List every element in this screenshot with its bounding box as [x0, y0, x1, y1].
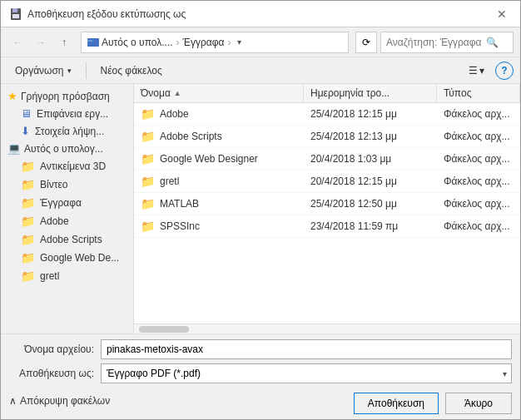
folder-icon-2: 📁 [141, 152, 155, 166]
save-dialog: Αποθήκευση εξόδου εκτύπωσης ως ✕ ← → ↑ Α… [0, 0, 521, 420]
organize-arrow: ▾ [67, 67, 72, 75]
svg-rect-2 [12, 14, 19, 18]
downloads-icon: ⬇ [21, 125, 30, 137]
folder-icon-4: 📁 [141, 197, 155, 210]
search-input[interactable] [386, 37, 486, 48]
sidebar-item-this-pc[interactable]: 💻 Αυτός ο υπολογ... [1, 140, 133, 157]
sidebar-item-downloads[interactable]: ⬇ Στοιχεία λήψη... [1, 122, 133, 140]
up-button[interactable]: ↑ [54, 32, 74, 52]
saveas-label: Αποθήκευση ως: [9, 368, 101, 379]
pc-icon: 💻 [7, 142, 21, 155]
saveas-select[interactable]: Έγγραφο PDF (*.pdf) [101, 363, 512, 383]
folder-adobe-icon: 📁 [21, 215, 35, 228]
col-header-type[interactable]: Τύπος [437, 84, 520, 102]
sidebar-item-gretl[interactable]: 📁 gretl [1, 267, 133, 285]
action-separator [86, 62, 87, 79]
breadcrumb[interactable]: Αυτός ο υπολ.... › Έγγραφα › ▾ [81, 32, 349, 53]
folder-icon-0: 📁 [141, 107, 155, 121]
star-icon: ★ [7, 90, 17, 102]
breadcrumb-dropdown[interactable]: ▾ [237, 37, 241, 47]
main-content: ★ Γρήγορη πρόσβαση 🖥 Επιφάνεια εργ... ⬇ … [1, 84, 520, 334]
save-button[interactable]: Αποθήκευση [354, 393, 439, 414]
new-folder-button[interactable]: Νέος φάκελος [93, 62, 170, 80]
breadcrumb-part1: Αυτός ο υπολ.... [102, 37, 173, 48]
collapse-arrow-icon: ∧ [9, 395, 17, 407]
filename-row: Όνομα αρχείου: [9, 339, 512, 359]
folder-adobescripts-icon: 📁 [21, 233, 35, 246]
folder-3d-icon: 📁 [21, 160, 35, 173]
search-box: 🔍 [380, 32, 514, 53]
file-list: Όνομα ▲ Ημερομηνία τρο... Τύπος 📁 Adobe [134, 84, 520, 324]
dialog-title: Αποθήκευση εξόδου εκτύπωσης ως [27, 8, 186, 20]
title-bar: Αποθήκευση εξόδου εκτύπωσης ως ✕ [1, 1, 520, 27]
folder-icon-5: 📁 [141, 220, 155, 233]
save-icon [9, 7, 22, 21]
folder-icon-1: 📁 [141, 130, 155, 143]
breadcrumb-sep2: › [227, 37, 231, 48]
scrollbar-thumb[interactable] [139, 326, 189, 333]
nav-toolbar: ← → ↑ Αυτός ο υπολ.... › Έγγραφα › ▾ ⟳ 🔍 [1, 27, 520, 57]
sidebar-item-adobe-scripts[interactable]: 📁 Adobe Scripts [1, 230, 133, 249]
svg-rect-4 [87, 38, 99, 47]
folder-gretl-icon: 📁 [21, 269, 35, 283]
table-row[interactable]: 📁 SPSSInc 23/4/2018 11:59 πμ Φάκελος αρχ… [134, 215, 520, 238]
filename-input[interactable] [101, 339, 512, 359]
sidebar-item-adobe[interactable]: 📁 Adobe [1, 212, 133, 230]
col-header-date[interactable]: Ημερομηνία τρο... [304, 84, 437, 102]
folder-docs-icon: 📁 [21, 196, 35, 210]
search-icon: 🔍 [486, 37, 499, 48]
collapse-button[interactable]: ∧ Απόκρυψη φακέλων [9, 395, 110, 407]
sidebar-item-3d[interactable]: 📁 Αντικείμενα 3D [1, 157, 133, 175]
sort-arrow: ▲ [174, 89, 181, 97]
folder-icon-3: 📁 [141, 175, 155, 188]
forward-button[interactable]: → [31, 32, 51, 52]
saveas-row: Αποθήκευση ως: Έγγραφο PDF (*.pdf) ▾ [9, 363, 512, 383]
file-list-header: Όνομα ▲ Ημερομηνία τρο... Τύπος [134, 84, 520, 103]
horizontal-scrollbar[interactable] [134, 324, 520, 334]
cancel-button[interactable]: Άκυρο [445, 393, 512, 414]
table-row[interactable]: 📁 Adobe 25/4/2018 12:15 μμ Φάκελος αρχ..… [134, 103, 520, 126]
table-row[interactable]: 📁 gretl 20/4/2018 12:15 μμ Φάκελος αρχ..… [134, 170, 520, 193]
svg-rect-3 [17, 8, 18, 11]
sidebar-item-quick-access[interactable]: ★ Γρήγορη πρόσβαση [1, 87, 133, 105]
action-bar: Οργάνωση ▾ Νέος φάκελος ☰ ▾ ? [1, 57, 520, 84]
breadcrumb-icon [87, 36, 100, 49]
col-header-name[interactable]: Όνομα ▲ [134, 84, 304, 102]
breadcrumb-sep1: › [176, 37, 180, 48]
view-arrow: ▾ [479, 65, 484, 77]
action-buttons: Αποθήκευση Άκυρο [354, 393, 512, 414]
sidebar-item-video[interactable]: 📁 Βίντεο [1, 175, 133, 194]
file-pane: Όνομα ▲ Ημερομηνία τρο... Τύπος 📁 Adobe [134, 84, 520, 334]
table-row[interactable]: 📁 Adobe Scripts 25/4/2018 12:13 μμ Φάκελ… [134, 126, 520, 148]
sidebar-item-google-web[interactable]: 📁 Google Web De... [1, 249, 133, 267]
filename-label: Όνομα αρχείου: [9, 343, 101, 355]
refresh-button[interactable]: ⟳ [355, 32, 377, 53]
sidebar-item-desktop[interactable]: 🖥 Επιφάνεια εργ... [1, 105, 133, 122]
table-row[interactable]: 📁 MATLAB 25/4/2018 12:50 μμ Φάκελος αρχ.… [134, 193, 520, 215]
breadcrumb-part2: Έγγραφα [183, 37, 225, 48]
desktop-icon: 🖥 [21, 107, 32, 120]
organize-button[interactable]: Οργάνωση ▾ [7, 62, 79, 80]
folder-video-icon: 📁 [21, 178, 35, 191]
svg-rect-5 [87, 40, 92, 42]
view-button[interactable]: ☰ ▾ [463, 62, 490, 80]
saveas-select-wrapper: Έγγραφο PDF (*.pdf) ▾ [101, 363, 512, 383]
sidebar: ★ Γρήγορη πρόσβαση 🖥 Επιφάνεια εργ... ⬇ … [1, 84, 134, 334]
table-row[interactable]: 📁 Google Web Designer 20/4/2018 1:03 μμ … [134, 148, 520, 170]
help-button[interactable]: ? [495, 62, 514, 80]
back-button[interactable]: ← [7, 32, 27, 52]
view-icon: ☰ [469, 65, 478, 77]
sidebar-item-documents[interactable]: 📁 Έγγραφα [1, 194, 133, 212]
bottom-bar: Όνομα αρχείου: Αποθήκευση ως: Έγγραφο PD… [1, 334, 520, 419]
close-button[interactable]: ✕ [492, 4, 512, 24]
title-bar-left: Αποθήκευση εξόδου εκτύπωσης ως [9, 7, 186, 21]
folder-google-icon: 📁 [21, 251, 35, 264]
